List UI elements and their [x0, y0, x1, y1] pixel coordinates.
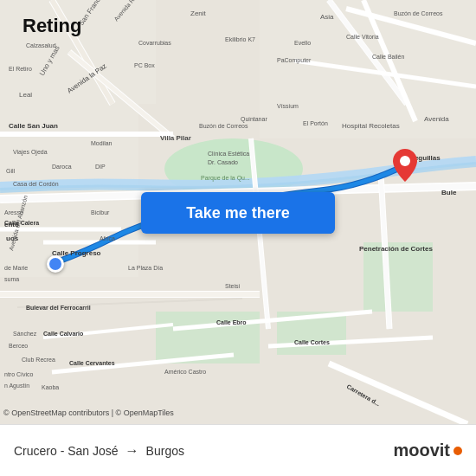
route-arrow: →: [125, 443, 139, 459]
svg-text:Gill: Gill: [6, 168, 16, 174]
copyright-text: © OpenStreetMap contributors | © OpenMap…: [3, 408, 174, 417]
svg-text:Buzón de Correos: Buzón de Correos: [394, 10, 443, 16]
reting-label: Reting: [23, 15, 81, 37]
svg-text:Hospital Recoletas: Hospital Recoletas: [342, 122, 400, 130]
svg-text:Parque de la Qu...: Parque de la Qu...: [201, 175, 250, 182]
svg-text:Viajes Ojeda: Viajes Ojeda: [13, 149, 48, 156]
svg-text:Daroca: Daroca: [52, 164, 72, 170]
svg-text:Calle Calera: Calle Calera: [4, 220, 39, 226]
destination-pin: [393, 149, 417, 180]
svg-text:Quintanar: Quintanar: [241, 116, 267, 123]
svg-text:n Agustín: n Agustín: [4, 383, 29, 389]
svg-text:Calle San Juan: Calle San Juan: [9, 122, 58, 130]
svg-text:Penetración de Cortes: Penetración de Cortes: [359, 245, 433, 253]
route-from: Crucero - San José: [14, 444, 119, 458]
svg-text:Calle Vitoria: Calle Vitoria: [346, 34, 379, 40]
svg-text:Dr. Casado: Dr. Casado: [208, 159, 238, 165]
svg-text:Casa del Cordón: Casa del Cordón: [13, 181, 59, 187]
svg-text:El Portón: El Portón: [303, 120, 328, 126]
map-container: San Francisco Avenida Reyes Ca Zenit Asi…: [0, 0, 476, 424]
moovit-wordmark: moovit: [393, 441, 450, 460]
svg-text:Leal: Leal: [19, 91, 32, 99]
svg-text:suma: suma: [4, 276, 19, 282]
moovit-dot-icon: [453, 447, 462, 455]
svg-text:Buzón de Correos: Buzón de Correos: [199, 123, 248, 129]
svg-text:Bule: Bule: [441, 189, 457, 196]
svg-text:PaComputer: PaComputer: [277, 57, 312, 64]
svg-text:Clínica Estética: Clínica Estética: [208, 151, 249, 157]
svg-point-71: [400, 156, 410, 166]
svg-text:Club Recrea: Club Recrea: [22, 357, 55, 363]
svg-text:Kaoba: Kaoba: [42, 384, 59, 390]
svg-text:Calle Cervantes: Calle Cervantes: [69, 360, 115, 366]
svg-text:Evello: Evello: [294, 40, 311, 46]
svg-text:Villa Pilar: Villa Pilar: [160, 134, 191, 142]
svg-text:Berceo: Berceo: [9, 343, 28, 349]
svg-text:PC Box: PC Box: [134, 62, 155, 68]
svg-text:Asia: Asia: [320, 13, 334, 21]
svg-text:Víssium: Víssium: [277, 103, 299, 109]
svg-text:ntro Cívico: ntro Cívico: [4, 371, 34, 377]
svg-text:Steisi: Steisi: [225, 283, 241, 289]
take-me-there-button[interactable]: Take me there: [141, 192, 335, 234]
svg-text:Calzasalud: Calzasalud: [26, 42, 56, 48]
svg-text:Africa: Africa: [100, 235, 115, 241]
moovit-logo: moovit: [393, 441, 462, 460]
svg-rect-7: [363, 242, 433, 312]
svg-text:Calle Calvario: Calle Calvario: [43, 331, 83, 337]
svg-text:Modilan: Modilan: [91, 140, 113, 146]
svg-text:Sánchez: Sánchez: [13, 331, 37, 337]
svg-text:Calle Bailén: Calle Bailén: [372, 54, 404, 60]
svg-text:Zenit: Zenit: [190, 10, 207, 17]
svg-text:Américo Castro: Américo Castro: [164, 369, 206, 375]
svg-text:Avenida: Avenida: [424, 115, 449, 123]
svg-text:DIP: DIP: [95, 164, 106, 170]
svg-text:La Plaza Día: La Plaza Día: [128, 265, 163, 271]
bottom-bar: Crucero - San José → Burgos moovit: [0, 424, 476, 476]
svg-text:Bulevar del Ferrocarril: Bulevar del Ferrocarril: [26, 305, 91, 311]
svg-text:Calle Ebro: Calle Ebro: [216, 319, 247, 325]
svg-text:Covarrubias: Covarrubias: [138, 40, 171, 46]
svg-text:Bicibur: Bicibur: [91, 209, 110, 215]
route-to: Burgos: [146, 444, 184, 458]
svg-text:El Retiro: El Retiro: [9, 66, 32, 72]
origin-marker: [47, 255, 64, 273]
svg-text:Calle Cortes: Calle Cortes: [294, 339, 330, 345]
svg-text:de Marie: de Marie: [4, 265, 28, 271]
svg-text:Ekilibrio K7: Ekilibrio K7: [225, 36, 255, 42]
